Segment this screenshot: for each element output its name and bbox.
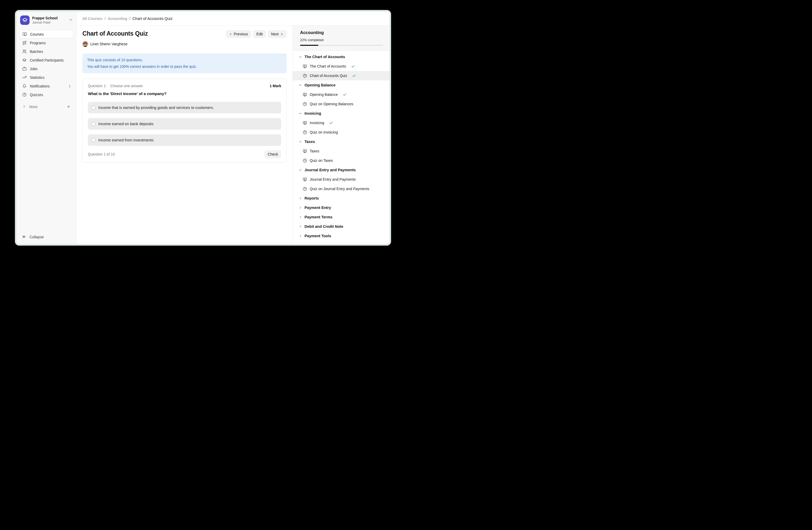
author-name: Linet Sherin Varghese	[90, 42, 127, 46]
outline-section-payment-entry[interactable]: Payment Entry	[293, 203, 390, 212]
question-footer: Question 1 of 10 Check	[88, 150, 281, 158]
check-icon	[351, 65, 355, 68]
sidebar-item-jobs[interactable]: Jobs	[20, 65, 73, 73]
sidebar-item-label: Courses	[30, 32, 70, 37]
radio-button-icon[interactable]	[91, 122, 96, 126]
outline-section-debit-and-credit-note[interactable]: Debit and Credit Note	[293, 222, 390, 231]
chevron-left-icon	[229, 32, 232, 36]
chevron-down-icon	[299, 140, 302, 143]
question-instruction: Choose one answer	[111, 84, 143, 88]
monitor-play-icon	[303, 149, 307, 153]
breadcrumb: All Courses / Accounting / Chart of Acco…	[83, 16, 173, 21]
outline-section-reports[interactable]: Reports	[293, 194, 390, 203]
route-icon	[22, 41, 27, 45]
help-circle-icon	[303, 187, 307, 191]
app-name: Frappe School	[32, 16, 66, 20]
sidebar-item-label: Notifications	[30, 84, 66, 88]
sidebar-item-label: Jobs	[30, 67, 71, 71]
sidebar-item-statistics[interactable]: Statistics	[20, 73, 73, 81]
breadcrumb-accounting[interactable]: Accounting	[108, 16, 127, 21]
sidebar-item-batches[interactable]: Batches	[20, 47, 73, 56]
outline-item-quiz-on-opening-balances[interactable]: Quiz on Opening Balances	[293, 99, 390, 109]
frappe-school-logo-icon	[20, 15, 30, 25]
outline-section-payment-tools[interactable]: Payment Tools	[293, 231, 390, 241]
outline-item-chart-of-accounts-quiz[interactable]: Chart of Accounts Quiz	[293, 71, 390, 80]
add-icon[interactable]	[67, 104, 71, 110]
edit-button[interactable]: Edit	[253, 30, 266, 38]
sidebar-item-notifications[interactable]: Notifications1	[20, 82, 73, 90]
sidebar-item-courses[interactable]: Courses	[20, 30, 73, 38]
question-card: Question 1: Choose one answer 1 Mark Wha…	[83, 79, 287, 163]
answer-option[interactable]: Income that is earned by providing goods…	[88, 102, 281, 113]
workspace-info: Frappe School Jannat Patel	[32, 16, 66, 24]
outline-section-label: Journal Entry and Payments	[305, 168, 356, 172]
outline-item-taxes[interactable]: Taxes	[293, 147, 390, 156]
outline-item-label: Quiz on Invoicing	[310, 130, 338, 134]
answer-option[interactable]: Income earned on bank deposits	[88, 118, 281, 130]
help-circle-icon	[303, 158, 307, 163]
check-button[interactable]: Check	[264, 150, 281, 158]
answer-option-label: Income that is earned by providing goods…	[98, 106, 214, 110]
radio-button-icon[interactable]	[91, 138, 96, 142]
chevron-right-icon	[299, 234, 302, 238]
outline-section-label: Payment Entry	[305, 206, 331, 210]
outline-item-quiz-on-journal-entry-and-payments[interactable]: Quiz on Journal Entry and Payments	[293, 184, 390, 194]
outline-section-payment-terms[interactable]: Payment Terms	[293, 212, 390, 222]
author-avatar	[83, 41, 88, 47]
graduation-cap-icon	[22, 58, 27, 62]
outline-item-label: Quiz on Opening Balances	[310, 102, 353, 106]
more-label: More	[29, 105, 63, 109]
answer-option[interactable]: Income earned from investments	[88, 134, 281, 146]
sidebar-item-quizzes[interactable]: Quizzes	[20, 90, 73, 99]
sidebar-item-certified-participants[interactable]: Certified Participants	[20, 56, 73, 64]
outline-section-label: The Chart of Accounts	[305, 55, 345, 59]
next-button[interactable]: Next	[268, 30, 287, 38]
outline-section-taxes[interactable]: Taxes	[293, 137, 390, 147]
outline-section-label: Reports	[305, 196, 319, 200]
outline-section-invoicing[interactable]: Invoicing	[293, 109, 390, 118]
outline-section-label: Invoicing	[305, 111, 321, 115]
question-marks: 1 Mark	[270, 84, 281, 88]
radio-button-icon[interactable]	[91, 106, 96, 110]
course-outline: The Chart of AccountsThe Chart of Accoun…	[293, 51, 390, 244]
course-progress-text: 22% completed	[300, 38, 383, 42]
course-outline-panel: Accounting 22% completed The Chart of Ac…	[292, 26, 390, 244]
outline-item-label: Chart of Accounts Quiz	[310, 73, 347, 78]
chevron-right-icon	[299, 196, 302, 200]
outline-section-the-chart-of-accounts[interactable]: The Chart of Accounts	[293, 52, 390, 61]
outline-item-quiz-on-taxes[interactable]: Quiz on Taxes	[293, 156, 390, 165]
workspace-switcher[interactable]: Frappe School Jannat Patel	[20, 15, 73, 25]
sidebar-item-programs[interactable]: Programs	[20, 39, 73, 47]
outline-item-the-chart-of-accounts[interactable]: The Chart of Accounts	[293, 61, 390, 71]
chevron-right-icon	[299, 225, 302, 228]
check-icon	[329, 121, 333, 125]
answer-option-label: Income earned on bank deposits	[98, 122, 153, 126]
collapse-sidebar-button[interactable]: Collapse	[20, 233, 73, 241]
outline-section-opening-balance[interactable]: Opening Balance	[293, 80, 390, 90]
check-icon	[352, 74, 356, 78]
desktop-background: { "colors": { "frame_accent": "#d9e8dc",…	[0, 0, 406, 265]
book-open-icon	[23, 32, 27, 37]
outline-section-journal-entry-and-payments[interactable]: Journal Entry and Payments	[293, 165, 390, 175]
chevron-right-icon	[299, 215, 302, 219]
outline-item-invoicing[interactable]: Invoicing	[293, 118, 390, 127]
previous-button[interactable]: Previous	[226, 30, 251, 38]
question-text: What is the 'Direct Income' of a company…	[88, 92, 281, 96]
app-window: Frappe School Jannat Patel CoursesProgra…	[16, 12, 390, 244]
app-window-frame: Frappe School Jannat Patel CoursesProgra…	[15, 10, 391, 246]
answer-options: Income that is earned by providing goods…	[88, 102, 281, 146]
chevron-right-icon	[280, 32, 284, 36]
breadcrumb-all-courses[interactable]: All Courses	[83, 16, 103, 21]
outline-item-quiz-on-invoicing[interactable]: Quiz on Invoicing	[293, 127, 390, 137]
author-row: Linet Sherin Varghese	[83, 41, 287, 47]
sidebar-item-label: Quizzes	[30, 93, 71, 97]
outline-item-opening-balance[interactable]: Opening Balance	[293, 90, 390, 99]
question-pagination: Question 1 of 10	[88, 152, 115, 156]
outline-item-journal-entry-and-payments[interactable]: Journal Entry and Payments	[293, 175, 390, 184]
question-header: Question 1: Choose one answer 1 Mark	[88, 84, 281, 88]
sidebar-item-label: Certified Participants	[30, 58, 71, 62]
page-title: Chart of Accounts Quiz	[83, 30, 148, 37]
progress-bar	[300, 45, 383, 46]
sidebar-item-more[interactable]: More	[20, 103, 73, 111]
notice-line: You will have to get 100% correct answer…	[87, 64, 282, 70]
